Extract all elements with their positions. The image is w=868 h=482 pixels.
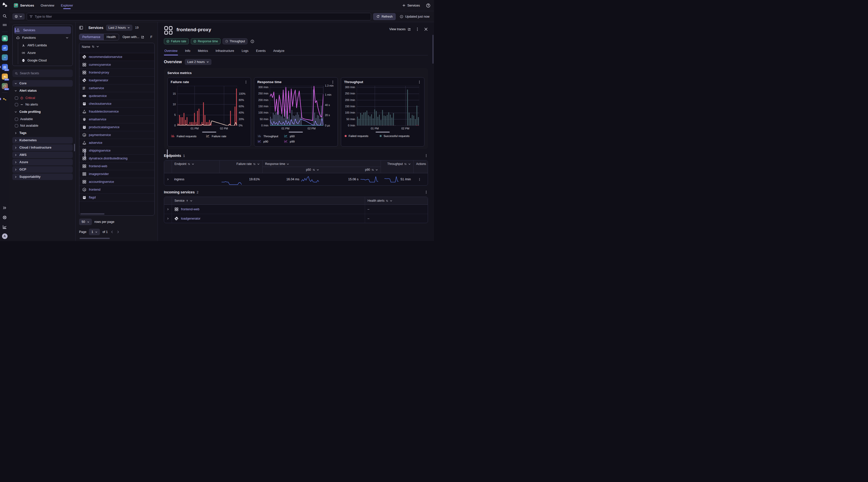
tree-item-azure[interactable]: Azure (19, 49, 71, 57)
search-facets-input[interactable] (20, 71, 70, 75)
close-icon[interactable] (424, 27, 428, 31)
service-row[interactable]: recommendationservice (79, 53, 154, 61)
legend-item[interactable]: p50 (284, 134, 311, 138)
service-row[interactable]: accountingservice (79, 178, 154, 186)
facet-group-kubernetes[interactable]: Kubernetes (12, 137, 73, 144)
service-row[interactable]: flagd (79, 194, 154, 202)
service-row[interactable]: dynatrace.distributedtracing (79, 155, 154, 162)
badges-info-icon[interactable] (250, 39, 254, 43)
col-p50[interactable]: p50 (262, 167, 322, 173)
chart-plot-area[interactable] (270, 86, 323, 126)
clouds-app-icon[interactable]: ◔ (1, 54, 8, 61)
view-traces-button[interactable]: View traces (390, 27, 411, 31)
search-facets[interactable] (12, 69, 73, 77)
filter-bar[interactable] (27, 13, 371, 21)
service-row[interactable]: emailservice (79, 116, 154, 123)
add-services-button[interactable]: Services (400, 2, 422, 8)
col-response-time[interactable]: Response time (262, 160, 381, 167)
col-throughput[interactable]: Throughput (381, 160, 413, 173)
tab-analyze[interactable]: Analyze (273, 47, 285, 55)
col-p90[interactable]: p90 (322, 167, 381, 173)
checkbox[interactable] (15, 103, 18, 106)
tree-item-google-cloud[interactable]: Google Cloud (19, 57, 71, 64)
service-row[interactable]: frontend-web (79, 162, 154, 170)
endpoint-row[interactable]: ingress 19.61% 16.04 ms 15.06 s 51 /min (164, 173, 428, 185)
chart-kebab-icon[interactable] (417, 80, 421, 84)
help-icon[interactable] (426, 3, 431, 8)
tab-health[interactable]: Health (103, 34, 119, 40)
facet-no-alerts[interactable]: No alerts (12, 101, 73, 108)
service-row[interactable]: frontend-proxy (79, 69, 154, 77)
facet-group-tags[interactable]: Tags (12, 130, 73, 136)
chart-kebab-icon[interactable] (244, 80, 248, 84)
col-health-alerts[interactable]: Health alerts (365, 197, 428, 205)
filter-input[interactable] (35, 15, 368, 19)
tab-infrastructure[interactable]: Infrastructure (215, 47, 235, 55)
legend-item[interactable]: Failure rate (206, 134, 241, 138)
legend-item[interactable]: Failed requests (171, 134, 206, 138)
help-support-icon[interactable] (2, 214, 8, 220)
col-service[interactable]: Service (172, 197, 365, 205)
throughput-badge[interactable]: Throughput (222, 38, 247, 44)
facet-critical[interactable]: Critical (12, 95, 73, 101)
chart-zoom-handle[interactable] (376, 132, 390, 132)
facet-group-supportability[interactable]: Supportability (12, 174, 73, 180)
facet-group-gcp[interactable]: GCP (12, 166, 73, 173)
app-launcher-icon[interactable] (2, 22, 8, 28)
next-page-button[interactable] (116, 230, 120, 234)
expand-row-icon[interactable] (167, 217, 169, 220)
service-row[interactable]: imageprovider (79, 170, 154, 178)
more-actions-kebab-icon[interactable] (415, 27, 420, 31)
dynatrace-logo-icon[interactable] (2, 2, 7, 7)
facet-available[interactable]: Available (12, 116, 73, 122)
facet-group-code-profiling[interactable]: Code profiling (12, 109, 73, 115)
facet-group-cloud-infrastructure[interactable]: Cloud / Infrastructure (12, 144, 73, 151)
services-app-icon[interactable]: ▤NEW (1, 64, 8, 70)
overview-timeframe-selector[interactable]: Last 2 hours (185, 59, 212, 65)
scope-selector-button[interactable] (12, 13, 25, 20)
collapse-panel-icon[interactable] (79, 26, 83, 30)
incoming-service-row[interactable]: frontend-web– (164, 205, 428, 214)
facet-group-azure[interactable]: Azure (12, 159, 73, 165)
name-column-header[interactable]: Name (79, 43, 154, 53)
refresh-button[interactable]: Refresh (373, 13, 396, 20)
service-row[interactable]: frauddetectionservice (79, 108, 154, 116)
chart-plot-area[interactable] (357, 86, 419, 126)
service-row[interactable]: productcatalogservice (79, 123, 154, 131)
logs-app-icon[interactable]: ≋NEW (1, 73, 8, 80)
incoming-kebab-icon[interactable] (425, 190, 428, 194)
panel-horizontal-scrollbar[interactable] (80, 238, 110, 239)
expand-row-icon[interactable] (167, 178, 169, 181)
kubernetes-app-icon[interactable]: ⬡NEW (1, 83, 8, 89)
dashboards-app-icon[interactable]: ▦ (1, 35, 8, 41)
service-row[interactable]: shippingservice (79, 147, 154, 155)
access-tokens-app-icon[interactable] (2, 96, 8, 102)
service-row[interactable]: loadgenerator (79, 77, 154, 84)
service-row[interactable]: currencyservice (79, 61, 154, 69)
incoming-service-row[interactable]: loadgenerator– (164, 214, 428, 223)
chart-plot-area[interactable] (177, 86, 237, 126)
service-row[interactable]: JSpaymentservice (79, 131, 154, 139)
facet-group-aws[interactable]: AWS (12, 152, 73, 158)
page-select[interactable]: 1 (89, 229, 100, 235)
filter-panel-scrollbar[interactable] (74, 144, 75, 151)
facet-not-available[interactable]: Not available (12, 122, 73, 129)
open-with-button[interactable]: Open with... (123, 35, 145, 39)
legend-item[interactable]: Successful requests (380, 134, 414, 138)
facet-group-core[interactable]: Core (12, 80, 73, 87)
tab-performance[interactable]: Performance (79, 34, 103, 40)
endpoints-kebab-icon[interactable] (425, 154, 428, 157)
panel-resize-handle[interactable] (85, 149, 85, 158)
service-row[interactable]: JSfrontend (79, 186, 154, 194)
workflows-app-icon[interactable]: ⇄ (1, 44, 8, 51)
row-kebab-icon[interactable] (418, 178, 421, 181)
failure-rate-badge[interactable]: Failure rate (164, 38, 189, 44)
tab-events[interactable]: Events (255, 47, 266, 55)
col-actions[interactable]: Actions (413, 160, 428, 173)
chart-zoom-handle[interactable] (289, 132, 303, 132)
col-failure-rate[interactable]: Failure rate (219, 160, 262, 173)
panel-resize-handle[interactable] (167, 149, 168, 158)
usage-stats-icon[interactable] (2, 224, 8, 230)
global-search-icon[interactable] (2, 13, 8, 19)
tree-item-services[interactable]: Services (14, 26, 71, 34)
